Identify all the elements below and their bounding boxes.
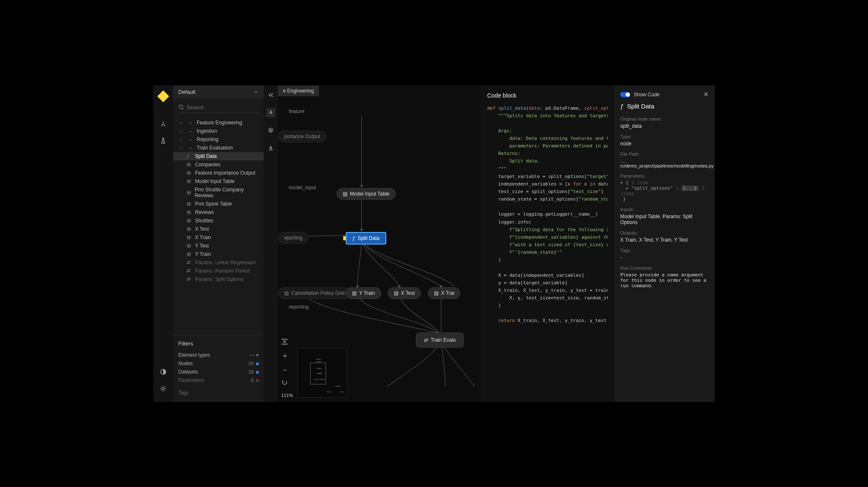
tree-item[interactable]: ▤Prm Spine Table <box>173 200 264 208</box>
tree-item[interactable]: ▤X Test <box>173 225 264 233</box>
params-key: "split_options" <box>632 186 673 191</box>
show-code-toggle[interactable]: Show Code <box>620 92 660 98</box>
tree-label: Prm Shuttle Company Reviews <box>195 187 259 198</box>
experiment-icon[interactable] <box>157 134 170 147</box>
nav-rail <box>153 85 173 402</box>
zoom-level: 111% <box>281 393 293 398</box>
pipeline-name: Default <box>178 89 195 95</box>
canvas-tools: ＋ － 111% <box>281 338 293 398</box>
tree-group[interactable]: ›⌄Train Evaluation <box>173 144 264 152</box>
tree-item-split-data[interactable]: ƒSplit Data <box>173 152 264 160</box>
meta-value: - <box>620 255 709 260</box>
filter-label: Nodes <box>178 361 193 366</box>
tree-label: Ingestion <box>197 128 217 134</box>
checkbox-on-icon <box>256 363 259 365</box>
fit-view-button[interactable] <box>281 338 293 346</box>
meta-value: Model Input Table, Params: Split Options <box>620 214 709 225</box>
meta-label: Inputs: <box>620 207 709 212</box>
node-label: Train Evalu <box>431 337 456 343</box>
tree-group[interactable]: ›⌄Ingestion <box>173 127 264 135</box>
dataset-icon: ▤ <box>187 170 193 175</box>
graph-canvas[interactable]: e Engineering feature portance Output mo <box>278 85 480 402</box>
graph-node-split-data[interactable]: ƒSplit Data <box>346 232 386 245</box>
tree-item[interactable]: ▤Companies <box>173 160 264 169</box>
node-label: X Trai <box>441 290 454 296</box>
tree-item[interactable]: ▤Shuttles <box>173 216 264 225</box>
logo-icon <box>157 90 169 102</box>
toggle-on-icon <box>620 92 630 97</box>
meta-label: File Path: <box>620 152 709 157</box>
tree-label: Feature Engineering <box>197 120 242 126</box>
zoom-out-button[interactable]: － <box>281 365 293 375</box>
svg-marker-4 <box>360 229 363 232</box>
graph-node[interactable]: eporting <box>278 232 308 244</box>
dataset-icon: ▤ <box>187 178 193 184</box>
graph-node[interactable]: portance Output <box>278 131 326 142</box>
filter-row[interactable]: Parameters 6 <box>178 376 259 384</box>
tree-label: Params: Random Forest <box>195 268 250 274</box>
tree-item[interactable]: ▤Model Input Table <box>173 177 264 186</box>
filter-element-types[interactable]: Element types — ▾ <box>178 351 259 359</box>
group-label: feature <box>289 108 304 114</box>
tree-item[interactable]: ⇄Params: Random Forest <box>173 267 264 275</box>
reset-button[interactable] <box>281 379 293 387</box>
params-icon: ⇄ <box>187 260 193 265</box>
tree-label: Params: Split Options <box>195 276 244 282</box>
tree-item[interactable]: ▤Feature Importance Output <box>173 169 264 177</box>
collapse-sidebar-button[interactable] <box>266 90 275 100</box>
graph-node-model-input-table[interactable]: ▤Model Input Table <box>336 188 396 200</box>
checkbox-on-icon <box>256 371 259 374</box>
group-label: model_input <box>289 185 316 191</box>
code-block: def split_data(data: pd.DataFrame, split… <box>487 105 608 325</box>
filter-tags[interactable]: Tags <box>178 389 259 397</box>
search-input[interactable] <box>187 104 259 111</box>
code-panel-title: Code block <box>487 92 608 99</box>
params-icon: ⇄ <box>187 268 193 273</box>
node-label: portance Output <box>284 134 320 139</box>
details-title-text: Split Data <box>627 103 654 110</box>
tree-item[interactable]: ▤X Train <box>173 233 264 242</box>
tree-group[interactable]: ›⌄Feature Engineering <box>173 119 264 127</box>
tree-item[interactable]: ▤Prm Shuttle Company Reviews <box>173 186 264 200</box>
tree-group[interactable]: ›⌄Reporting <box>173 135 264 144</box>
settings-icon[interactable] <box>157 382 170 395</box>
tree-label: Prm Spine Table <box>195 201 232 207</box>
tree-item[interactable]: ⇄Params: Split Options <box>173 275 264 283</box>
tree-item[interactable]: ▤Y Train <box>173 250 264 258</box>
close-button[interactable] <box>703 91 709 98</box>
code-panel: Code block def split_data(data: pd.DataF… <box>480 85 614 402</box>
tree-label: Split Data <box>195 153 217 159</box>
function-icon: ƒ <box>352 235 355 241</box>
filter-row[interactable]: Datasets 29 <box>178 368 259 376</box>
svg-point-2 <box>179 105 183 109</box>
tree-item[interactable]: ▤Y Test <box>173 242 264 250</box>
dataset-icon: ▤ <box>187 243 193 248</box>
flowchart-icon[interactable] <box>157 117 170 131</box>
theme-icon[interactable] <box>157 365 170 379</box>
dataset-icon: ▤ <box>187 209 193 215</box>
zoom-in-button[interactable]: ＋ <box>281 350 293 361</box>
params-count: 1 item <box>632 180 648 186</box>
graph-node-train-evaluation[interactable]: ⇄Train Evalu <box>416 332 464 348</box>
graph-node-x-test[interactable]: ▤X Test <box>388 287 421 299</box>
graph-node-x-train[interactable]: ▤X Trai <box>428 287 460 299</box>
tree-item[interactable]: ⇄Params: Linear Regression <box>173 258 264 267</box>
graph-node-y-train[interactable]: ▤Y Train <box>346 287 381 299</box>
minimap[interactable] <box>297 348 347 398</box>
search-box[interactable] <box>178 103 259 113</box>
meta-label: Tags: <box>620 248 709 253</box>
pipeline-selector[interactable]: Default <box>173 85 264 98</box>
tree-item[interactable]: ▤Reviews <box>173 208 264 216</box>
dataset-icon: ▤ <box>187 190 192 195</box>
filter-label: Tags <box>178 390 189 396</box>
text-label-icon[interactable]: A <box>266 108 275 117</box>
tree-label: Reporting <box>197 137 218 142</box>
graph-node[interactable]: ▤Cancellation Policy Grid <box>278 287 351 299</box>
layers-icon[interactable] <box>266 126 275 135</box>
download-icon[interactable] <box>266 143 275 152</box>
params-icon: ⇄ <box>187 276 193 282</box>
chevron-down-icon <box>254 89 259 94</box>
filters-section: Filters Element types — ▾ Nodes 20 Datas… <box>173 335 264 402</box>
filter-row[interactable]: Nodes 20 <box>178 359 259 368</box>
params-tree[interactable]: ▾ { 1 item ▸ "split_options" : {...} 3 i… <box>620 180 709 202</box>
